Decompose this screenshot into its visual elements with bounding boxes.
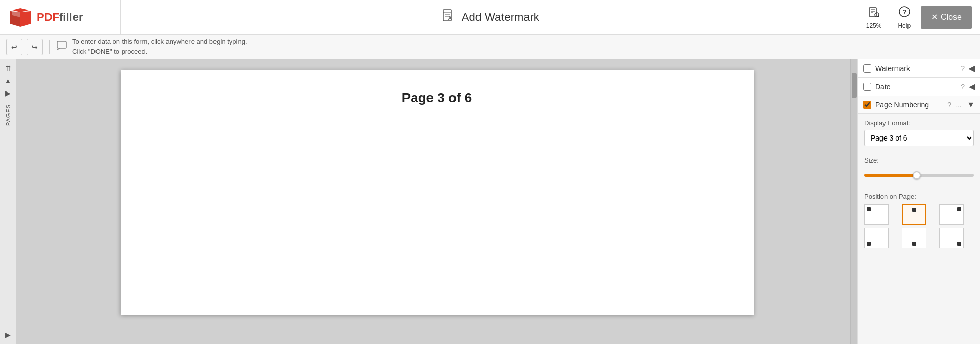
display-format-select[interactable]: Page 3 of 6 3 of 6 3 Page 3 [864,130,974,146]
document-page: Page 3 of 6 [121,70,754,315]
position-bot-right[interactable] [939,228,964,248]
pages-right-arrow[interactable]: ▶ [1,88,15,98]
toolbar-divider [49,40,50,54]
toolbar: ↩ ↪ To enter data on this form, click an… [0,35,980,59]
logo-text: PDFfiller [37,11,83,24]
toolbar-hint-line1: To enter data on this form, click anywhe… [72,37,247,47]
position-top-center[interactable] [902,204,926,225]
date-checkbox[interactable] [863,83,871,91]
pos-dot-bot-right [957,242,961,246]
close-label: Close [941,13,962,22]
position-bot-center[interactable] [902,228,926,248]
pos-dot-bot-left [867,242,871,246]
toolbar-hint-line2: Click "DONE" to proceed. [72,47,247,56]
help-icon: ? [898,6,911,21]
pages-up-arrow[interactable]: ▲ [1,76,15,86]
date-label: Date [875,83,957,91]
up-arrow-icon: ▲ [5,77,12,85]
zoom-button[interactable]: 125% [860,4,888,31]
comment-button[interactable] [56,39,68,54]
help-button[interactable]: ? Help [892,4,917,31]
svg-point-14 [875,13,879,17]
page-numbering-help-icon[interactable]: ? [947,101,951,109]
redo-icon: ↪ [32,43,38,51]
position-top-right[interactable] [939,204,964,225]
undo-icon: ↩ [11,43,17,51]
close-x-icon: ✕ [931,12,938,22]
right-arrow-icon: ▶ [5,89,11,97]
logo-icon [8,7,33,28]
top-header: PDFfiller A Add Watermark [0,0,980,35]
size-section: Size: [858,151,980,188]
header-center: A Add Watermark [121,9,860,26]
svg-marker-3 [20,11,31,27]
position-top-left[interactable] [864,204,889,225]
toolbar-hint: To enter data on this form, click anywhe… [72,37,247,56]
down-arrow-icon: ▶ [5,331,11,339]
position-bot-left[interactable] [864,228,889,248]
pages-top-arrow-double[interactable]: ⇈ [1,63,15,74]
scroll-thumb[interactable] [852,73,857,98]
double-up-arrow-icon: ⇈ [5,64,11,73]
date-expand-btn[interactable]: ◀ [969,82,975,91]
pos-dot-bot-center [912,242,916,246]
redo-button[interactable]: ↪ [27,39,43,55]
svg-line-15 [878,16,879,17]
display-format-section: Display Format: Page 3 of 6 3 of 6 3 Pag… [858,114,980,151]
pos-dot-top-right [957,207,961,211]
position-label: Position on Page: [864,193,974,200]
document-page-title: Page 3 of 6 [402,90,472,106]
page-numbering-label: Page Numbering [875,101,943,109]
pos-dot-top-center [912,208,916,212]
document-area[interactable]: Page 3 of 6 [16,59,857,344]
undo-button[interactable]: ↩ [6,39,22,55]
position-grid [864,204,974,248]
watermark-expand-btn[interactable]: ◀ [969,63,975,73]
watermark-label: Watermark [875,64,957,73]
svg-text:A: A [448,15,452,21]
page-numbering-checkbox[interactable] [863,101,871,109]
logo-area: PDFfiller [8,0,121,34]
position-section: Position on Page: [858,188,980,254]
svg-rect-10 [869,8,876,16]
header-right: 125% ? Help ✕ Close [860,4,972,31]
pages-label: PAGES [5,104,11,126]
date-help-icon[interactable]: ? [961,83,965,91]
right-panel: Watermark ? ◀ Date ? ◀ Page Numbering ? … [857,59,980,344]
pages-panel: ⇈ ▲ ▶ PAGES ▶ [0,59,16,344]
display-format-label: Display Format: [864,119,974,127]
date-row: Date ? ◀ [858,78,980,96]
close-button[interactable]: ✕ Close [921,6,972,29]
zoom-icon [868,6,880,21]
zoom-label: 125% [866,22,882,29]
pages-down-arrow[interactable]: ▶ [1,330,15,340]
watermark-doc-icon: A [441,9,456,26]
watermark-help-icon[interactable]: ? [961,64,965,73]
pos-dot-top-left [867,207,871,211]
svg-text:?: ? [903,8,907,16]
page-title: Add Watermark [462,11,539,24]
scrollbar[interactable] [850,59,857,344]
help-label: Help [898,22,911,29]
size-label: Size: [864,156,974,164]
main-body: ⇈ ▲ ▶ PAGES ▶ Page 3 of 6 Watermark ? ◀ [0,59,980,344]
size-slider-thumb[interactable] [913,171,921,179]
page-numbering-expand-btn[interactable]: ▼ [967,100,975,109]
page-numbering-ellipsis: … [955,101,962,108]
svg-rect-18 [57,41,66,48]
comment-icon [56,39,68,52]
page-numbering-row: Page Numbering ? … ▼ [858,96,980,114]
watermark-row: Watermark ? ◀ [858,59,980,78]
watermark-checkbox[interactable] [863,64,871,73]
size-slider-container [864,168,974,182]
